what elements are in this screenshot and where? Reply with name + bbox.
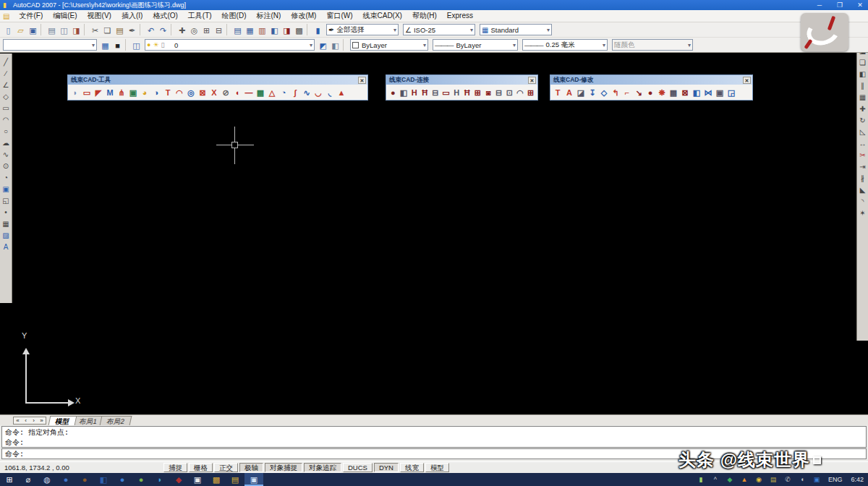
restore-button[interactable]: ❐: [835, 1, 845, 9]
ft2-tool-7[interactable]: H: [451, 86, 462, 98]
polyline-icon[interactable]: ∠: [1, 79, 11, 90]
ft2-tool-13[interactable]: ◠: [515, 86, 526, 98]
battery-icon[interactable]: ▮: [694, 473, 708, 486]
ft3-tool-11[interactable]: ▦: [668, 86, 679, 98]
copy-object-icon[interactable]: ❏: [858, 56, 868, 68]
layout-tab-2[interactable]: 布局2: [100, 416, 132, 425]
ft2-tool-9[interactable]: ⊞: [472, 86, 483, 98]
properties-icon[interactable]: ▤: [231, 24, 244, 36]
copy-icon[interactable]: ❏: [101, 24, 114, 36]
dim-style-combo[interactable]: ∠ ISO-25 ▾: [403, 24, 475, 35]
stretch-icon[interactable]: ↔: [858, 137, 868, 149]
app-brown-icon[interactable]: ●: [75, 473, 94, 486]
mirror-icon[interactable]: ◧: [858, 68, 868, 80]
undo-icon[interactable]: ↶: [145, 24, 157, 36]
ft3-tool-14[interactable]: ⋈: [702, 86, 714, 98]
new-icon[interactable]: ▯: [2, 24, 14, 36]
status-toggle-8[interactable]: 线宽: [400, 463, 424, 472]
plot-preview-icon[interactable]: ◫: [58, 24, 70, 36]
spline-icon[interactable]: ∿: [1, 148, 11, 160]
chevron-down-icon[interactable]: ▾: [307, 42, 312, 48]
insert-block-icon[interactable]: ▣: [1, 183, 11, 195]
ft1-tool-7[interactable]: ◕: [139, 86, 150, 98]
workspace-settings-icon[interactable]: ▦: [99, 39, 111, 51]
menu-item-9[interactable]: 窗口(W): [321, 11, 357, 20]
ellipse-arc-icon[interactable]: ◔: [1, 171, 11, 183]
tab-first-icon[interactable]: «: [14, 417, 22, 424]
ft3-tool-5[interactable]: ◇: [598, 86, 610, 98]
ft1-tool-16[interactable]: —: [243, 86, 255, 98]
coordinate-readout[interactable]: 1061.8, 1734.2 , 0.00: [4, 464, 127, 472]
menu-item-12[interactable]: Express: [442, 11, 478, 20]
ft3-tool-6[interactable]: ↰: [610, 86, 621, 98]
app-green-icon[interactable]: ●: [132, 473, 150, 486]
menu-item-1[interactable]: 编辑(E): [48, 11, 82, 20]
status-toggle-9[interactable]: 模型: [425, 463, 449, 472]
qcalc-icon[interactable]: ▩: [293, 24, 305, 36]
clock[interactable]: 6:42: [846, 476, 868, 483]
floating-toolbar-connectors[interactable]: 线束CAD-连接 ✕ ●◧HĦ⊟▭HĦ⊞◙⊟⊡◠⊞: [386, 74, 538, 101]
bulb-on-icon[interactable]: ●: [147, 41, 150, 48]
sheetset-manager-icon[interactable]: ◧: [268, 24, 281, 36]
layer-color-swatch[interactable]: ■: [166, 41, 170, 48]
floating-toolbar-titlebar[interactable]: 线束CAD-修改 ✕: [550, 75, 752, 85]
ft1-tool-21[interactable]: ∿: [301, 86, 312, 98]
ft1-tool-6[interactable]: ▣: [127, 86, 139, 98]
ft1-tool-5[interactable]: ⋔: [116, 86, 127, 98]
chevron-down-icon[interactable]: ▾: [600, 42, 605, 48]
ft3-tool-2[interactable]: A: [563, 86, 575, 98]
ft3-tool-8[interactable]: ↘: [633, 86, 644, 98]
ft2-tool-10[interactable]: ◙: [483, 86, 494, 98]
chevron-down-icon[interactable]: ▾: [421, 42, 426, 48]
ft1-tool-22[interactable]: ◡: [312, 86, 324, 98]
ft2-tool-14[interactable]: ⊞: [525, 86, 536, 98]
ft1-tool-15[interactable]: ◖: [231, 86, 243, 98]
menu-item-3[interactable]: 插入(I): [116, 11, 148, 20]
app-blue-ball-icon[interactable]: ●: [56, 473, 75, 486]
save-icon[interactable]: ▣: [27, 24, 39, 36]
cad-app-icon[interactable]: ▣: [244, 473, 263, 486]
floating-toolbar-titlebar[interactable]: 线束CAD-连接 ✕: [386, 75, 537, 85]
ft1-tool-24[interactable]: ▲: [336, 86, 347, 98]
ft2-tool-1[interactable]: ●: [388, 86, 399, 98]
floating-toolbar-modify[interactable]: 线束CAD-修改 ✕ TA◪↧◇↰⌐↘●❋▦⊠◧⋈▣◲: [550, 74, 753, 101]
start-button[interactable]: ⊞: [0, 473, 19, 486]
ft1-tool-9[interactable]: T: [162, 86, 174, 98]
gradient-icon[interactable]: ▨: [1, 229, 11, 241]
menu-item-7[interactable]: 标注(N): [252, 11, 286, 20]
help-icon[interactable]: ▮: [312, 24, 324, 36]
ft2-tool-12[interactable]: ⊡: [504, 86, 515, 98]
tray-green-icon[interactable]: ◆: [723, 473, 737, 486]
revcloud-icon[interactable]: ☁: [1, 137, 11, 148]
status-toggle-5[interactable]: 对象追踪: [304, 463, 341, 472]
status-toggle-0[interactable]: 捕捉: [163, 463, 187, 472]
chamfer-icon[interactable]: ◣: [858, 184, 868, 195]
color-combo[interactable]: ByLayer ▾: [350, 39, 428, 51]
close-button[interactable]: ✕: [855, 1, 865, 9]
ft1-tool-23[interactable]: ◟: [324, 86, 336, 98]
ft1-tool-14[interactable]: ⊘: [220, 86, 231, 98]
plot-icon[interactable]: ▤: [46, 24, 58, 36]
linetype-combo[interactable]: ——— ByLayer ▾: [433, 39, 518, 51]
layer-properties-manager-button[interactable]: ◫: [130, 39, 142, 51]
menu-item-8[interactable]: 修改(M): [286, 11, 321, 20]
array-icon[interactable]: ▦: [858, 91, 868, 103]
app-globe-icon[interactable]: ●: [113, 473, 132, 486]
status-toggle-4[interactable]: 对象捕捉: [265, 463, 302, 472]
word-icon[interactable]: ◧: [94, 473, 113, 486]
floating-toolbar-tools[interactable]: 线束CAD-工具 ✕ ◗▭◤M⋔▣◕◑T◠◎⊠X⊘◖—▦△◔∫∿◡◟▲: [67, 74, 368, 101]
ft1-tool-8[interactable]: ◑: [150, 86, 162, 98]
explode-icon[interactable]: ✶: [858, 207, 868, 218]
construction-line-icon[interactable]: ∕: [1, 67, 11, 79]
menu-item-4[interactable]: 格式(O): [148, 11, 182, 20]
markup-manager-icon[interactable]: ◨: [281, 24, 293, 36]
zoom-window-icon[interactable]: ⊞: [200, 24, 213, 36]
status-toggle-1[interactable]: 栅格: [189, 463, 213, 472]
make-block-icon[interactable]: ◱: [1, 195, 11, 206]
designcenter-icon[interactable]: ▦: [244, 24, 256, 36]
ft2-tool-6[interactable]: ▭: [441, 86, 451, 98]
edge-icon[interactable]: ◗: [150, 473, 169, 486]
point-icon[interactable]: •: [1, 206, 11, 218]
fillet-icon[interactable]: ◝: [858, 195, 868, 207]
search-icon[interactable]: ⌀: [19, 473, 38, 486]
